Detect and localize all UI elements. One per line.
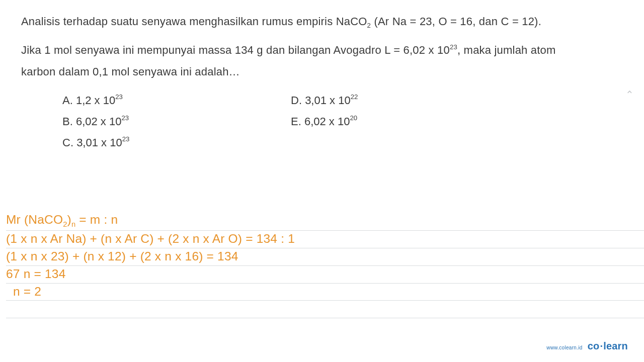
option-value: 3,01 x 10 [76,136,122,149]
text-segment: ) [67,213,71,226]
superscript: 23 [122,135,130,143]
chevron-up-icon[interactable]: ⌃ [625,89,634,100]
text-segment: Analisis terhadap suatu senyawa menghasi… [21,15,367,28]
solution-line-4: 67 n = 134 [6,266,644,284]
text-segment: karbon dalam 0,1 mol senyawa ini adalah… [21,65,240,78]
footer-url: www.colearn.id [546,345,582,350]
superscript: 23 [121,114,129,122]
solution-line-6 [6,301,644,318]
brand-part-b: learn [603,340,628,351]
question-block: Analisis terhadap suatu senyawa menghasi… [21,11,623,83]
option-label: A. [62,94,76,107]
option-label: E. [291,115,304,128]
subscript: 2 [367,22,371,29]
superscript: 20 [350,114,357,122]
option-a: A. 1,2 x 1023 [62,90,291,111]
footer: www.colearn.id co·learn [546,340,628,352]
brand-logo: co·learn [588,340,628,352]
worked-solution: Mr (NaCO2)n = m : n (1 x n x Ar Na) + (n… [6,212,644,318]
superscript: 23 [115,93,123,101]
option-d: D. 3,01 x 1022 [291,90,358,111]
subscript: 2 [63,220,67,228]
text-segment: Mr (NaCO [6,213,63,226]
brand-part-a: co [588,340,600,351]
solution-line-5: n = 2 [6,284,644,301]
text-segment: Jika 1 mol senyawa ini mempunyai massa 1… [21,44,450,56]
text-segment: , maka jumlah atom [457,44,556,56]
option-value: 6,02 x 10 [304,115,350,128]
text-segment: (Ar Na = 23, O = 16, dan C = 12). [371,15,541,28]
solution-line-3: (1 x n x 23) + (n x 12) + (2 x n x 16) =… [6,248,644,266]
superscript: 23 [450,43,457,51]
question-paragraph-2: Jika 1 mol senyawa ini mempunyai massa 1… [21,40,623,83]
text-segment: = m : n [75,213,118,226]
option-label: D. [291,94,305,107]
superscript: 22 [351,93,358,101]
option-value: 3,01 x 10 [305,94,351,107]
option-label: C. [62,136,76,149]
option-value: 6,02 x 10 [76,115,122,128]
option-label: B. [62,115,76,128]
option-value: 1,2 x 10 [76,94,115,107]
option-b: B. 6,02 x 1023 [62,111,291,132]
option-c: C. 3,01 x 1023 [62,132,291,153]
solution-line-2: (1 x n x Ar Na) + (n x Ar C) + (2 x n x … [6,231,644,248]
answer-options: A. 1,2 x 1023 D. 3,01 x 1022 B. 6,02 x 1… [62,90,623,153]
solution-line-1: Mr (NaCO2)n = m : n [6,212,644,231]
option-e: E. 6,02 x 1020 [291,111,357,132]
question-paragraph-1: Analisis terhadap suatu senyawa menghasi… [21,11,623,33]
